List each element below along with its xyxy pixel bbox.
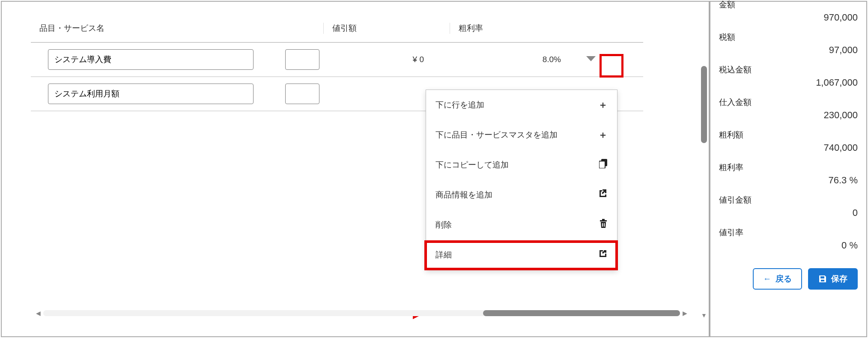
- amount-label: 金額: [719, 0, 858, 10]
- profit-value: 740,000: [719, 142, 858, 153]
- discount-rate-value: 0 %: [719, 240, 858, 251]
- menu-copy-add[interactable]: 下にコピーして追加: [426, 150, 617, 180]
- menu-add-master[interactable]: 下に品目・サービスマスタを追加 ＋: [426, 120, 617, 150]
- menu-delete[interactable]: 削除: [426, 210, 617, 240]
- header-item-name: 品目・サービス名: [31, 23, 283, 34]
- scroll-right-icon[interactable]: ▶: [683, 310, 687, 317]
- back-button[interactable]: ← 戻る: [753, 268, 802, 290]
- plus-icon: ＋: [598, 99, 608, 111]
- svg-marker-0: [586, 56, 596, 61]
- svg-rect-5: [602, 223, 603, 227]
- row-menu-caret-icon[interactable]: [586, 56, 596, 63]
- svg-rect-4: [602, 219, 605, 220]
- discount-amount-label: 値引金額: [719, 194, 858, 206]
- item-name-input[interactable]: [48, 84, 254, 104]
- row-context-menu: 下に行を追加 ＋ 下に品目・サービスマスタを追加 ＋ 下にコピーして追加 商品情…: [426, 90, 617, 270]
- menu-add-row[interactable]: 下に行を追加 ＋: [426, 90, 617, 120]
- vertical-scrollbar[interactable]: ▼: [701, 53, 707, 310]
- save-icon: [818, 275, 827, 283]
- trash-icon: [599, 219, 608, 231]
- profit-rate-cell: 8.0%: [450, 55, 574, 64]
- menu-add-product-info[interactable]: 商品情報を追加: [426, 180, 617, 210]
- import-icon: [598, 189, 608, 201]
- tax-value: 97,000: [719, 45, 858, 56]
- discount-cell: ¥ 0: [323, 55, 450, 64]
- menu-detail[interactable]: 詳細: [426, 240, 617, 270]
- scroll-thumb[interactable]: [483, 310, 680, 316]
- save-button[interactable]: 保存: [808, 268, 858, 290]
- total-label: 税込金額: [719, 64, 858, 75]
- vscroll-thumb[interactable]: [701, 66, 707, 143]
- menu-add-master-label: 下に品目・サービスマスタを追加: [435, 129, 558, 141]
- tax-label: 税額: [719, 32, 858, 43]
- item-blank-input[interactable]: [285, 49, 319, 70]
- profit-rate-label: 粗利率: [719, 162, 858, 173]
- scroll-down-icon[interactable]: ▼: [701, 312, 707, 319]
- svg-rect-3: [600, 220, 607, 221]
- profit-rate-value: 76.3 %: [719, 175, 858, 186]
- table-row: ¥ 0 8.0%: [31, 43, 643, 77]
- back-button-label: 戻る: [776, 273, 792, 284]
- summary-panel: 金額 970,000 税額 97,000 税込金額 1,067,000 仕入金額…: [710, 2, 866, 336]
- menu-delete-label: 削除: [435, 219, 452, 230]
- table-header-row: 品目・サービス名 値引額 粗利率: [31, 15, 643, 43]
- menu-add-product-info-label: 商品情報を追加: [435, 189, 492, 200]
- scroll-track[interactable]: [43, 310, 680, 316]
- amount-value: 970,000: [719, 12, 858, 23]
- header-profit-rate: 粗利率: [450, 23, 574, 34]
- menu-detail-label: 詳細: [435, 249, 452, 260]
- svg-rect-6: [604, 223, 605, 227]
- profit-label: 粗利額: [719, 129, 858, 141]
- cost-label: 仕入金額: [719, 97, 858, 108]
- horizontal-scrollbar[interactable]: ◀ ▶: [36, 309, 687, 317]
- plus-icon: ＋: [598, 129, 608, 141]
- menu-add-row-label: 下に行を追加: [435, 99, 484, 111]
- main-panel: 品目・サービス名 値引額 粗利率 ¥ 0 8.0%: [2, 2, 710, 336]
- arrow-left-icon: ←: [763, 274, 771, 284]
- discount-amount-value: 0: [719, 207, 858, 218]
- copy-icon: [599, 159, 608, 171]
- discount-rate-label: 値引率: [719, 227, 858, 238]
- cost-value: 230,000: [719, 110, 858, 121]
- save-button-label: 保存: [831, 273, 847, 284]
- scroll-left-icon[interactable]: ◀: [36, 310, 41, 317]
- total-value: 1,067,000: [719, 77, 858, 88]
- item-blank-input[interactable]: [285, 84, 319, 104]
- header-discount: 値引額: [323, 23, 450, 34]
- item-name-input[interactable]: [48, 49, 254, 70]
- external-link-icon: [598, 249, 608, 261]
- menu-copy-add-label: 下にコピーして追加: [435, 159, 509, 170]
- svg-rect-2: [599, 161, 605, 168]
